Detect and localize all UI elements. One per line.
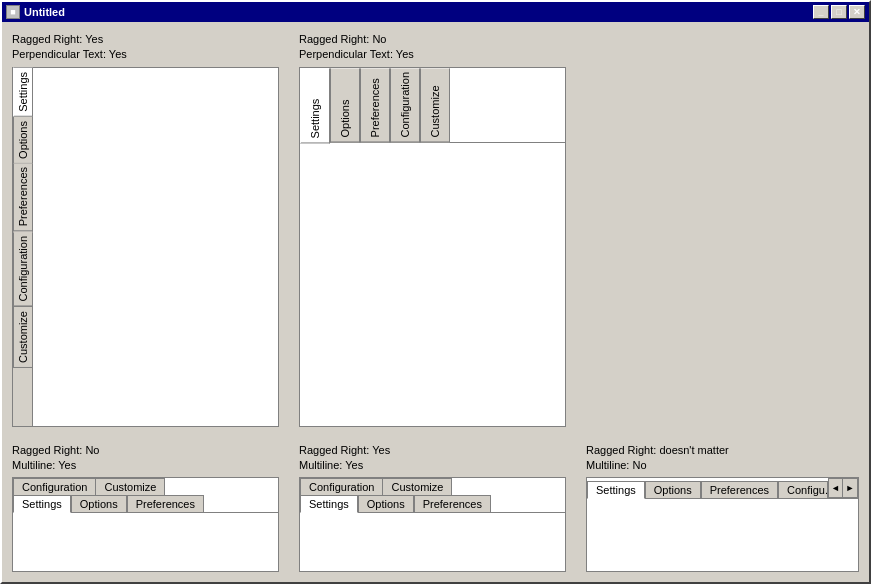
close-button[interactable]: ✕ bbox=[849, 5, 865, 19]
tab-configuration-p2[interactable]: Configuration bbox=[390, 68, 420, 142]
tab-preferences-p2[interactable]: Preferences bbox=[360, 68, 390, 142]
panel3-content bbox=[13, 513, 278, 571]
maximize-button[interactable]: □ bbox=[831, 5, 847, 19]
panel2-content bbox=[300, 143, 565, 425]
tab-config-p5[interactable]: Configu... bbox=[778, 481, 828, 498]
tab-preferences-p1[interactable]: Preferences bbox=[13, 163, 33, 231]
panel5-title: Ragged Right: doesn't matter Multiline: … bbox=[586, 443, 859, 474]
tab-configuration-p4[interactable]: Configuration bbox=[300, 478, 383, 495]
tab-options-p4[interactable]: Options bbox=[358, 495, 414, 512]
tab-options-p5[interactable]: Options bbox=[645, 481, 701, 498]
window-controls: _ □ ✕ bbox=[813, 5, 865, 19]
tab-customize-p1[interactable]: Customize bbox=[13, 306, 33, 368]
tab-customize-p2[interactable]: Customize bbox=[420, 68, 450, 142]
tab-preferences-p3[interactable]: Preferences bbox=[127, 495, 204, 512]
panel4-tab-row1: Configuration Customize bbox=[300, 478, 565, 495]
tab-options-p3[interactable]: Options bbox=[71, 495, 127, 512]
panel4-content bbox=[300, 513, 565, 571]
tab-settings-p1[interactable]: Settings bbox=[13, 68, 33, 117]
panel5-tab-row: Settings Options Preferences Configu... … bbox=[587, 478, 858, 499]
panel1-content bbox=[33, 68, 278, 426]
panel3: Ragged Right: No Multiline: Yes Configur… bbox=[12, 443, 279, 572]
tab-settings-p3[interactable]: Settings bbox=[13, 495, 71, 513]
panel1-title: Ragged Right: Yes Perpendicular Text: Ye… bbox=[12, 32, 279, 63]
tab-customize-p4[interactable]: Customize bbox=[382, 478, 452, 495]
main-content: Ragged Right: Yes Perpendicular Text: Ye… bbox=[2, 22, 869, 582]
tab-customize-p3[interactable]: Customize bbox=[95, 478, 165, 495]
panel2-title: Ragged Right: No Perpendicular Text: Yes bbox=[299, 32, 566, 63]
panel1-tab-strip: Settings Options Preferences Configurati… bbox=[13, 68, 33, 426]
minimize-button[interactable]: _ bbox=[813, 5, 829, 19]
panel3-title: Ragged Right: No Multiline: Yes bbox=[12, 443, 279, 474]
tab-preferences-p5[interactable]: Preferences bbox=[701, 481, 778, 498]
window-icon: ■ bbox=[6, 5, 20, 19]
panel1: Ragged Right: Yes Perpendicular Text: Ye… bbox=[12, 32, 279, 427]
window-title: Untitled bbox=[24, 6, 813, 18]
tab-options-p2[interactable]: Options bbox=[330, 68, 360, 142]
panel2: Ragged Right: No Perpendicular Text: Yes… bbox=[299, 32, 566, 427]
scroll-right-button[interactable]: ► bbox=[843, 479, 857, 497]
panel3-tab-row1: Configuration Customize bbox=[13, 478, 278, 495]
panel3-tab-row2: Settings Options Preferences bbox=[13, 495, 278, 513]
panel4-title: Ragged Right: Yes Multiline: Yes bbox=[299, 443, 566, 474]
scroll-left-button[interactable]: ◄ bbox=[829, 479, 843, 497]
panel5-content bbox=[587, 499, 858, 571]
scroll-arrows: ◄ ► bbox=[828, 478, 858, 498]
tab-preferences-p4[interactable]: Preferences bbox=[414, 495, 491, 512]
tab-settings-p2[interactable]: Settings bbox=[300, 68, 330, 143]
panel2-tab-strip: Settings Options Preferences Configurati… bbox=[300, 68, 565, 143]
tab-settings-p5[interactable]: Settings bbox=[587, 481, 645, 499]
tab-configuration-p3[interactable]: Configuration bbox=[13, 478, 96, 495]
main-window: ■ Untitled _ □ ✕ Ragged Right: Yes Perpe… bbox=[0, 0, 871, 584]
panel4: Ragged Right: Yes Multiline: Yes Configu… bbox=[299, 443, 566, 572]
panel-empty-top bbox=[586, 32, 859, 427]
title-bar: ■ Untitled _ □ ✕ bbox=[2, 2, 869, 22]
tab-configuration-p1[interactable]: Configuration bbox=[13, 232, 33, 306]
panel5: Ragged Right: doesn't matter Multiline: … bbox=[586, 443, 859, 572]
tab-options-p1[interactable]: Options bbox=[13, 117, 33, 164]
panel4-tab-row2: Settings Options Preferences bbox=[300, 495, 565, 513]
tab-settings-p4[interactable]: Settings bbox=[300, 495, 358, 513]
